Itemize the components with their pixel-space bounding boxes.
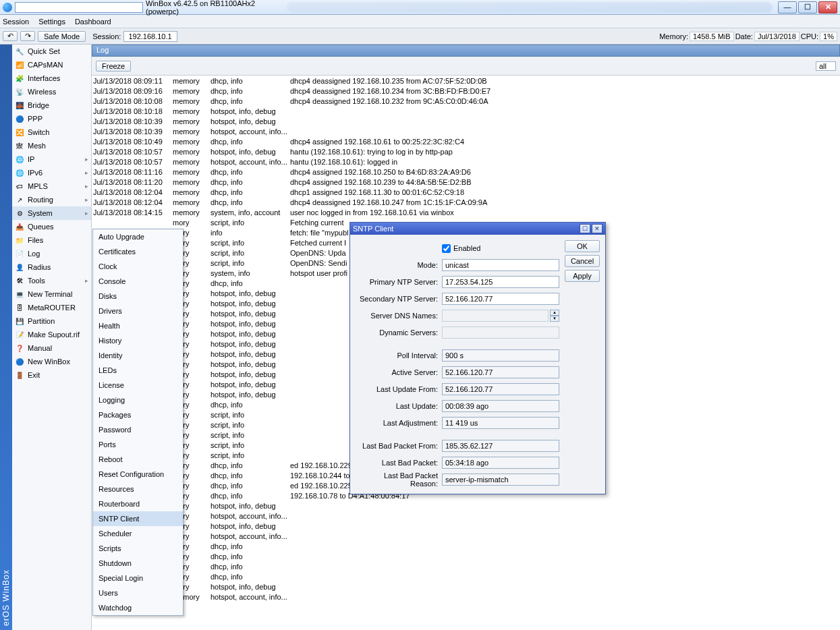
log-row[interactable]: morydhcp, info	[92, 561, 840, 571]
sidebar-item-manual[interactable]: ❓Manual	[12, 341, 91, 355]
sidebar-item-mesh[interactable]: 🕸Mesh	[12, 139, 91, 152]
submenu-item-ports[interactable]: Ports	[93, 437, 183, 452]
log-row[interactable]: Jul/13/2018 08:10:49memorydhcp, infodhcp…	[92, 136, 840, 146]
sidebar-item-make-supout.rif[interactable]: 📝Make Supout.rif	[12, 328, 91, 341]
log-row[interactable]: Jul/13/2018 08:19:41memoryhotspot, accou…	[92, 592, 840, 602]
sidebar-item-new-winbox[interactable]: 🔵New WinBox	[12, 355, 91, 368]
maximize-button[interactable]: ☐	[798, 1, 817, 13]
log-row[interactable]: Jul/13/2018 08:11:20memorydhcp, infodhcp…	[92, 177, 840, 187]
dialog-close-icon[interactable]: ✕	[592, 224, 603, 233]
submenu-item-license[interactable]: License	[93, 378, 183, 393]
sidebar-item-radius[interactable]: 👤Radius	[12, 260, 91, 274]
log-row[interactable]: Jul/13/2018 08:10:39memoryhotspot, info,…	[92, 116, 840, 126]
redo-button[interactable]: ↷	[20, 31, 35, 41]
menu-session[interactable]: Session	[3, 18, 29, 26]
title-search-input[interactable]	[15, 2, 143, 13]
sidebar-item-metarouter[interactable]: 🗄MetaROUTER	[12, 301, 91, 314]
submenu-item-packages[interactable]: Packages	[93, 407, 183, 422]
submenu-item-resources[interactable]: Resources	[93, 482, 183, 496]
sidebar-item-bridge[interactable]: 🌉Bridge	[12, 98, 91, 112]
submenu-item-shutdown[interactable]: Shutdown	[93, 556, 183, 571]
sidebar-item-mpls[interactable]: 🏷MPLS▸	[12, 179, 91, 193]
ok-button[interactable]: OK	[565, 240, 600, 252]
primary-ntp-input[interactable]: 17.253.54.125	[442, 276, 559, 288]
secondary-ntp-input[interactable]: 52.166.120.77	[442, 293, 559, 305]
sidebar-item-ipv6[interactable]: 🌐IPv6▸	[12, 166, 91, 179]
submenu-item-password[interactable]: Password	[93, 422, 183, 437]
submenu-item-scripts[interactable]: Scripts	[93, 541, 183, 556]
log-row[interactable]: Jul/13/2018 08:09:16memorydhcp, infodhcp…	[92, 86, 840, 96]
log-row[interactable]: moryhotspot, account, info...	[92, 511, 840, 521]
sidebar-item-wireless[interactable]: 📡Wireless	[12, 85, 91, 98]
sidebar-item-capsman[interactable]: 📶CAPsMAN	[12, 58, 91, 71]
enabled-checkbox[interactable]: Enabled	[442, 244, 480, 253]
log-row[interactable]: moryhotspot, info, debug	[92, 581, 840, 592]
enabled-check-input[interactable]	[442, 244, 451, 253]
dialog-restore-icon[interactable]: ☐	[580, 224, 590, 233]
undo-button[interactable]: ↶	[3, 31, 18, 41]
menu-settings[interactable]: Settings	[38, 18, 65, 26]
sidebar-item-system[interactable]: ⚙System▸	[12, 206, 91, 220]
submenu-item-health[interactable]: Health	[93, 318, 183, 333]
log-row[interactable]: Jul/13/2018 08:12:04memorydhcp, infodhcp…	[92, 187, 840, 197]
submenu-item-identity[interactable]: Identity	[93, 348, 183, 363]
log-row[interactable]: Jul/13/2018 08:10:08memorydhcp, infodhcp…	[92, 96, 840, 106]
log-filter[interactable]: all	[816, 61, 836, 71]
submenu-item-watchdog[interactable]: Watchdog	[93, 600, 183, 615]
sidebar-item-exit[interactable]: 🚪Exit	[12, 368, 91, 382]
submenu-item-certificates[interactable]: Certificates	[93, 244, 183, 259]
server-dns-input[interactable]	[442, 310, 549, 322]
log-row[interactable]: morydhcp, info	[92, 541, 840, 551]
close-button[interactable]: ✕	[818, 1, 837, 13]
submenu-item-disks[interactable]: Disks	[93, 289, 183, 304]
sidebar-item-log[interactable]: 📄Log	[12, 247, 91, 260]
mode-input[interactable]: unicast	[442, 259, 559, 271]
sidebar-item-tools[interactable]: 🛠Tools▸	[12, 274, 91, 287]
sidebar-item-new-terminal[interactable]: 💻New Terminal	[12, 287, 91, 301]
log-row[interactable]: Jul/13/2018 08:14:15memorysystem, info, …	[92, 207, 840, 217]
sidebar-item-routing[interactable]: ↗Routing▸	[12, 193, 91, 206]
log-row[interactable]: Jul/13/2018 08:11:16memorydhcp, infodhcp…	[92, 167, 840, 177]
sidebar-item-interfaces[interactable]: 🧩Interfaces	[12, 71, 91, 85]
submenu-item-scheduler[interactable]: Scheduler	[93, 526, 183, 541]
log-row[interactable]: moryhotspot, account, info...	[92, 531, 840, 541]
sidebar-item-files[interactable]: 📁Files	[12, 233, 91, 247]
sidebar-item-partition[interactable]: 💾Partition	[12, 314, 91, 328]
submenu-item-reset-configuration[interactable]: Reset Configuration	[93, 467, 183, 482]
log-row[interactable]: Jul/13/2018 08:10:57memoryhotspot, info,…	[92, 146, 840, 156]
apply-button[interactable]: Apply	[565, 270, 600, 282]
log-row[interactable]: moryhotspot, info, debug	[92, 521, 840, 531]
submenu-item-logging[interactable]: Logging	[93, 393, 183, 407]
sidebar-item-ip[interactable]: 🌐IP▸	[12, 152, 91, 166]
log-row[interactable]: moryhotspot, info, debug	[92, 500, 840, 511]
submenu-item-users[interactable]: Users	[93, 585, 183, 600]
sidebar-item-quick-set[interactable]: 🔧Quick Set	[12, 45, 91, 58]
log-row[interactable]: Jul/13/2018 08:10:57memoryhotspot, accou…	[92, 156, 840, 167]
log-row[interactable]: Jul/13/2018 08:10:39memoryhotspot, accou…	[92, 126, 840, 136]
dns-spinner[interactable]: ▲▼	[550, 310, 559, 322]
sidebar-item-queues[interactable]: 📥Queues	[12, 220, 91, 233]
minimize-button[interactable]: —	[778, 1, 797, 13]
safe-mode-button[interactable]: Safe Mode	[38, 31, 86, 42]
submenu-item-auto-upgrade[interactable]: Auto Upgrade	[93, 229, 183, 244]
submenu-item-routerboard[interactable]: Routerboard	[93, 496, 183, 511]
dialog-titlebar[interactable]: SNTP Client ☐ ✕	[350, 223, 605, 235]
sidebar-item-ppp[interactable]: 🔵PPP	[12, 112, 91, 125]
log-row[interactable]: Jul/13/2018 08:10:18memoryhotspot, info,…	[92, 106, 840, 116]
submenu-item-reboot[interactable]: Reboot	[93, 452, 183, 467]
log-row[interactable]: morydhcp, info	[92, 571, 840, 581]
menu-dashboard[interactable]: Dashboard	[75, 18, 111, 26]
submenu-item-console[interactable]: Console	[93, 274, 183, 289]
submenu-item-clock[interactable]: Clock	[93, 259, 183, 274]
submenu-item-special-login[interactable]: Special Login	[93, 571, 183, 585]
submenu-item-drivers[interactable]: Drivers	[93, 304, 183, 318]
cancel-button[interactable]: Cancel	[565, 255, 600, 267]
submenu-item-leds[interactable]: LEDs	[93, 363, 183, 378]
submenu-item-history[interactable]: History	[93, 333, 183, 348]
log-row[interactable]: Jul/13/2018 08:12:04memorydhcp, infodhcp…	[92, 197, 840, 207]
freeze-button[interactable]: Freeze	[96, 61, 131, 71]
log-row[interactable]: Jul/13/2018 08:09:11memorydhcp, infodhcp…	[92, 76, 840, 86]
submenu-item-sntp-client[interactable]: SNTP Client	[93, 511, 183, 526]
log-row[interactable]: morydhcp, info	[92, 551, 840, 561]
sidebar-item-switch[interactable]: 🔀Switch	[12, 125, 91, 139]
